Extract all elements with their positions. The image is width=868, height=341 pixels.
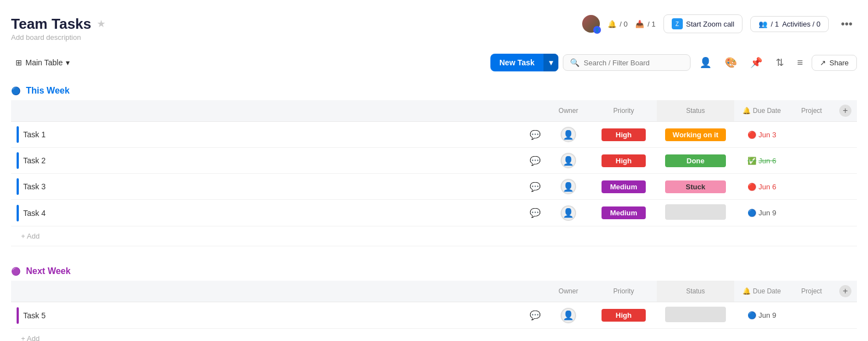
add-task-row: + Add [11,226,857,246]
search-icon: 🔍 [570,58,579,67]
col-header-task [11,100,546,122]
priority-cell[interactable]: Medium [590,200,657,226]
status-cell[interactable]: Stuck [657,174,734,200]
add-task-button-nw[interactable]: + Add [17,332,44,341]
task-name-cell: Task 5 💬 [11,302,546,329]
col-header-priority: Priority [590,100,657,122]
add-column-button[interactable]: + [839,105,851,117]
task-name-cell: Task 2 💬 [11,148,546,174]
extra-cell [834,174,857,200]
extra-cell [834,200,857,226]
comment-icon[interactable]: 💬 [530,208,541,218]
inbox-count[interactable]: 📥 / 1 [635,20,655,28]
comment-icon[interactable]: 💬 [530,130,541,140]
table-icon: ⊞ [15,58,22,67]
project-cell [789,200,834,226]
search-box: 🔍 [563,54,691,71]
new-task-caret[interactable]: ▾ [543,54,558,71]
due-date-cell: 🔵 Jun 9 [734,200,789,226]
col-header-due-nw: 🔔 Due Date [734,281,789,302]
group-toggle-this-week[interactable]: 🔵 [11,86,20,95]
owner-avatar[interactable]: 👤 [561,308,576,323]
share-icon: ↗ [820,59,826,67]
status-cell[interactable]: Working on it [657,122,734,148]
pin-button[interactable]: 📌 [746,54,767,71]
col-header-add-nw: + [834,281,857,302]
due-icon: 🔵 [747,311,756,319]
comment-icon[interactable]: 💬 [530,310,541,321]
priority-badge: High [602,309,646,322]
priority-cell[interactable]: High [590,302,657,329]
project-cell [789,122,834,148]
add-task-row-nw: + Add [11,329,857,342]
share-button[interactable]: ↗ Share [812,55,857,71]
due-icon: 🔴 [747,183,756,191]
owner-cell: 👤 [546,148,590,174]
board-description[interactable]: Add board description [11,33,857,42]
due-icon: 🔴 [747,131,756,139]
due-icon: 🔵 [747,209,756,217]
priority-badge: Medium [602,180,646,193]
status-cell[interactable] [657,200,734,226]
priority-cell[interactable]: High [590,148,657,174]
due-date-cell: ✅ Jun 6 [734,148,789,174]
extra-cell [834,122,857,148]
table-view-button[interactable]: ⊞ Main Table ▾ [11,56,74,69]
bell-icon: 🔔 [742,107,751,115]
owner-avatar[interactable]: 👤 [561,127,576,142]
activities-button[interactable]: 👥 / 1 Activities / 0 [750,16,829,32]
group-title-this-week[interactable]: This Week [26,86,70,96]
owner-avatar[interactable]: 👤 [561,205,576,221]
project-cell [789,302,834,329]
chevron-down-icon: ▾ [66,58,70,67]
task-name-cell: Task 3 💬 [11,174,546,200]
owner-cell: 👤 [546,302,590,329]
group-header-this-week: 🔵 This Week [11,77,857,100]
status-cell[interactable]: Done [657,148,734,174]
table-row: Task 3 💬 👤 Medium Stuck 🔴 Jun 6 [11,174,857,200]
person-filter-button[interactable]: 👤 [695,54,716,71]
row-color-bar [17,126,19,143]
search-input[interactable] [584,59,683,67]
more-options-button[interactable]: ••• [836,16,857,33]
status-cell[interactable] [657,302,734,329]
table-row: Task 4 💬 👤 Medium 🔵 Jun 9 [11,200,857,226]
comment-icon[interactable]: 💬 [530,182,541,192]
comment-icon[interactable]: 💬 [530,156,541,166]
priority-cell[interactable]: High [590,122,657,148]
owner-avatar[interactable]: 👤 [561,179,576,194]
col-header-project: Project [789,100,834,122]
board-title: Team Tasks [11,16,91,33]
col-header-status-nw: Status [657,281,734,302]
add-task-button[interactable]: + Add [17,230,44,242]
col-header-task-nw [11,281,546,302]
due-date-cell: 🔴 Jun 3 [734,122,789,148]
table-section: 🔵 This Week Owner Priority Status 🔔 Due … [0,77,868,341]
group-toggle-next-week[interactable]: 🟣 [11,267,20,276]
col-header-status: Status [657,100,734,122]
notification-count[interactable]: 🔔 / 0 [608,20,628,28]
new-task-button[interactable]: New Task ▾ [490,54,558,71]
group-header-next-week: 🟣 Next Week [11,257,857,281]
filter-button[interactable]: ≡ [793,55,808,71]
star-icon[interactable]: ★ [97,18,106,30]
zoom-call-button[interactable]: Z Start Zoom call [663,14,742,33]
status-badge-empty [665,307,726,322]
table-row: Task 2 💬 👤 High Done ✅ Jun 6 [11,148,857,174]
group-title-next-week[interactable]: Next Week [26,266,71,276]
task-table-this-week: Owner Priority Status 🔔 Due Date Project… [11,100,857,246]
task-name-cell: Task 1 💬 [11,122,546,148]
priority-badge: High [602,154,646,167]
sort-button[interactable]: ⇅ [771,54,788,71]
row-color-bar [17,205,19,221]
task-name-cell: Task 4 💬 [11,200,546,226]
row-color-bar [17,307,19,324]
add-column-button-nw[interactable]: + [839,285,851,297]
project-cell [789,148,834,174]
priority-badge: High [602,128,646,141]
project-cell [789,174,834,200]
table-row: Task 5 💬 👤 High 🔵 Jun 9 [11,302,857,329]
color-button[interactable]: 🎨 [720,54,741,71]
owner-avatar[interactable]: 👤 [561,153,576,168]
priority-cell[interactable]: Medium [590,174,657,200]
